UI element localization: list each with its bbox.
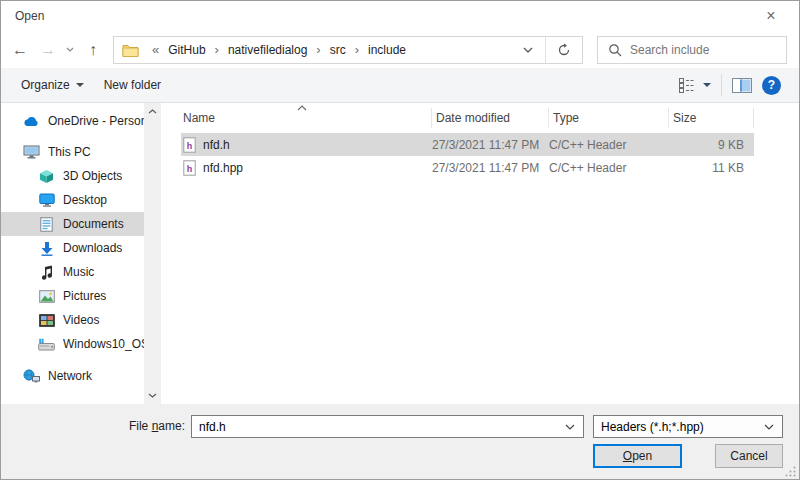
close-button[interactable]: × (751, 1, 791, 31)
file-size: 11 KB (669, 161, 754, 175)
file-row-nfd-h[interactable]: h nfd.h 27/3/2021 11:47 PM C/C++ Header … (181, 133, 754, 156)
column-header-date-modified[interactable]: Date modified (432, 108, 549, 128)
search-input[interactable] (630, 43, 760, 57)
recent-locations-button[interactable] (61, 36, 79, 64)
sidebar-item-label: Documents (63, 217, 124, 231)
file-type-dropdown-button[interactable] (756, 424, 782, 430)
organize-label: Organize (21, 78, 70, 92)
file-name-combobox[interactable] (191, 415, 584, 438)
sidebar-item-documents[interactable]: Documents (1, 212, 144, 236)
sidebar-scrollbar[interactable] (144, 103, 161, 404)
file-type-value: Headers (*.h;*.hpp) (594, 420, 756, 434)
network-icon (23, 369, 40, 383)
sidebar-item-label: This PC (48, 145, 91, 159)
search-icon (608, 43, 622, 57)
change-view-button[interactable] (679, 78, 711, 93)
chevron-down-icon (764, 424, 774, 430)
divider (721, 74, 722, 96)
column-header-size[interactable]: Size (669, 108, 754, 128)
music-icon (41, 265, 53, 280)
file-name: nfd.h (203, 138, 230, 152)
sidebar-item-desktop[interactable]: Desktop (1, 188, 144, 212)
sidebar-item-music[interactable]: Music (1, 260, 144, 284)
file-type: C/C++ Header (549, 161, 669, 175)
help-icon: ? (768, 78, 775, 92)
scroll-up-button[interactable] (144, 103, 161, 120)
drive-icon (38, 338, 55, 351)
onedrive-cloud-icon (23, 115, 40, 127)
refresh-button[interactable] (546, 37, 582, 63)
back-button[interactable]: ← (5, 36, 35, 64)
breadcrumb-separator[interactable]: › (209, 42, 225, 57)
sidebar-item-onedrive[interactable]: OneDrive - Personal (1, 109, 144, 133)
open-dialog-window: Open × ← → ↑ « GitHub › nativefiledialog… (0, 0, 800, 480)
sidebar-item-network[interactable]: Network (1, 364, 144, 388)
header-file-icon: h (183, 160, 196, 176)
window-title: Open (15, 9, 44, 23)
details-view-icon (679, 78, 696, 93)
3d-objects-icon (39, 169, 54, 184)
sidebar-item-videos[interactable]: Videos (1, 308, 144, 332)
chevron-down-icon (66, 47, 74, 52)
open-button[interactable]: Open (593, 444, 682, 468)
sidebar-item-label: Desktop (63, 193, 107, 207)
videos-icon (39, 314, 55, 327)
cancel-button[interactable]: Cancel (715, 444, 783, 468)
caret-down-icon (76, 83, 84, 87)
computer-icon (23, 145, 40, 159)
sidebar-item-label: Videos (63, 313, 99, 327)
breadcrumb-item-nativefiledialog[interactable]: nativefiledialog (225, 43, 310, 57)
forward-arrow-icon: → (40, 41, 56, 59)
breadcrumb-item-src[interactable]: src (327, 43, 349, 57)
preview-pane-button[interactable] (732, 78, 752, 93)
new-folder-button[interactable]: New folder (94, 72, 171, 98)
caret-down-icon (703, 83, 711, 87)
sidebar-item-label: Downloads (63, 241, 122, 255)
forward-button[interactable]: → (35, 36, 61, 64)
back-arrow-icon: ← (12, 41, 28, 59)
file-name-dropdown-button[interactable] (557, 424, 583, 430)
desktop-icon (39, 193, 55, 207)
up-button[interactable]: ↑ (79, 36, 107, 64)
refresh-icon (557, 43, 571, 57)
sidebar-item-label: Network (48, 369, 92, 383)
address-bar[interactable]: « GitHub › nativefiledialog › src › incl… (113, 36, 583, 64)
breadcrumb-separator[interactable]: › (310, 42, 326, 57)
sidebar-item-this-pc[interactable]: This PC (1, 140, 144, 164)
dialog-footer: File name: Headers (*.h;*.hpp) Open Canc… (1, 404, 799, 480)
address-dropdown-button[interactable] (511, 37, 545, 63)
breadcrumb-item-include[interactable]: include (365, 43, 409, 57)
navigation-bar: ← → ↑ « GitHub › nativefiledialog › src … (1, 31, 799, 68)
downloads-icon (40, 241, 54, 256)
sidebar-item-3d-objects[interactable]: 3D Objects (1, 164, 144, 188)
file-type-combobox[interactable]: Headers (*.h;*.hpp) (593, 415, 783, 438)
title-bar: Open × (1, 1, 799, 31)
svg-text:h: h (187, 140, 193, 150)
scroll-down-button[interactable] (144, 387, 161, 404)
sidebar-item-label: Pictures (63, 289, 106, 303)
sidebar-item-downloads[interactable]: Downloads (1, 236, 144, 260)
file-name: nfd.hpp (203, 161, 243, 175)
open-button-label: Open (623, 449, 652, 463)
column-headers: Name Date modified Type Size (161, 103, 799, 133)
column-header-name[interactable]: Name (179, 108, 432, 128)
search-box[interactable] (597, 36, 787, 64)
file-size: 9 KB (669, 138, 754, 152)
folder-icon (122, 43, 139, 57)
help-button[interactable]: ? (762, 76, 781, 95)
svg-text:h: h (187, 163, 193, 173)
file-name-input[interactable] (192, 420, 557, 434)
file-date-modified: 27/3/2021 11:47 PM (432, 138, 549, 152)
navigation-pane: OneDrive - Personal This PC 3D Objec (1, 103, 161, 404)
breadcrumb-item-github[interactable]: GitHub (165, 43, 208, 57)
organize-button[interactable]: Organize (11, 72, 94, 98)
resize-grip[interactable] (785, 466, 796, 477)
sidebar-item-windows10-os[interactable]: Windows10_OS (C:) (1, 332, 144, 356)
sidebar-item-pictures[interactable]: Pictures (1, 284, 144, 308)
command-toolbar: Organize New folder (1, 68, 799, 103)
cancel-button-label: Cancel (730, 449, 767, 463)
column-header-type[interactable]: Type (549, 108, 669, 128)
sidebar-item-label: OneDrive - Personal (48, 114, 144, 128)
breadcrumb-separator[interactable]: › (349, 42, 365, 57)
file-row-nfd-hpp[interactable]: h nfd.hpp 27/3/2021 11:47 PM C/C++ Heade… (181, 156, 754, 179)
